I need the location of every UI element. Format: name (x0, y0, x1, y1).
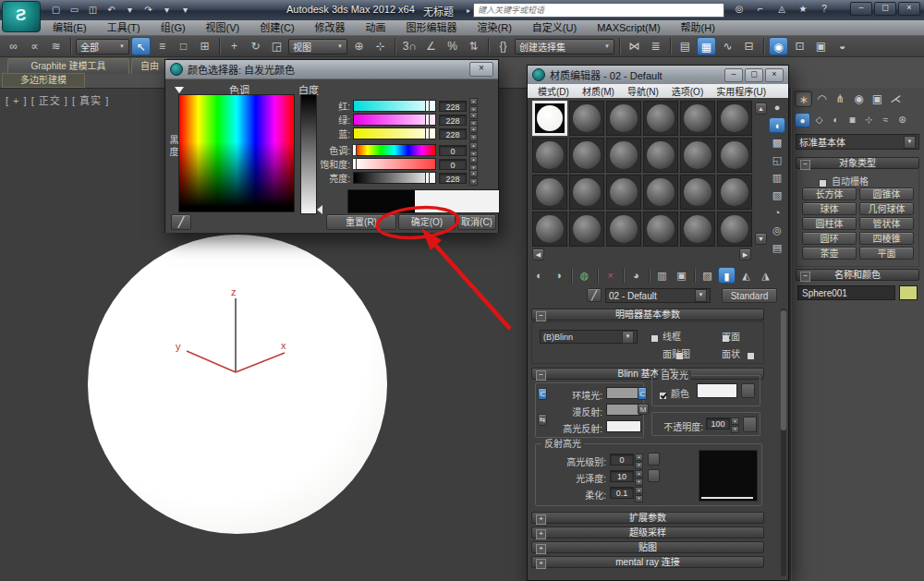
put-material-to-scene-icon[interactable]: ◑ (550, 267, 567, 284)
value-value[interactable]: 228 (439, 173, 467, 184)
search-input[interactable] (473, 3, 724, 18)
collapsed-rollout-1[interactable]: +超级采样 (531, 527, 764, 539)
mtl-menu-item-1[interactable]: 材质(M) (576, 84, 621, 98)
menu-item-4[interactable]: 创建(C) (249, 20, 304, 35)
percent-snap-toggle-icon[interactable]: % (443, 37, 462, 55)
menu-item-9[interactable]: 自定义(U) (522, 20, 587, 35)
undo-icon[interactable]: ↶ (103, 3, 119, 18)
hue-saturation-field[interactable] (178, 94, 295, 212)
toggle-ribbon-icon[interactable]: ▦ (697, 37, 716, 55)
spinner-up-icon[interactable]: ▲ (469, 98, 478, 105)
render-setup-icon[interactable]: ⊡ (790, 37, 809, 55)
object-name-input[interactable] (797, 285, 895, 300)
cameras-category-icon[interactable]: ◙ (845, 113, 860, 127)
collapsed-rollout-2[interactable]: +贴图 (531, 541, 764, 553)
mtl-menu-item-4[interactable]: 实用程序(U) (710, 84, 772, 98)
background-icon[interactable]: ▩ (769, 135, 785, 151)
ok-button[interactable]: 确定(O) (398, 214, 456, 230)
menu-item-6[interactable]: 动画 (356, 20, 396, 35)
material-sample-slot[interactable] (717, 175, 752, 210)
sample-type-icon[interactable]: ● (769, 100, 785, 115)
expand-icon[interactable]: + (536, 544, 546, 554)
scroll-left-button[interactable]: ◀ (532, 248, 544, 260)
material-sample-slot[interactable] (569, 175, 604, 210)
bind-to-space-warp-icon[interactable]: ≋ (46, 37, 66, 55)
select-by-material-icon[interactable]: ◎ (769, 223, 785, 238)
menu-item-0[interactable]: 编辑(E) (43, 20, 97, 35)
infocenter-help-icon[interactable]: ? (817, 2, 832, 17)
material-sample-slot[interactable] (680, 101, 715, 136)
select-and-manipulate-icon[interactable]: ⊹ (371, 37, 390, 55)
glossiness-value[interactable]: 10 (610, 470, 634, 482)
select-and-move-icon[interactable]: + (225, 37, 244, 55)
material-sample-slot[interactable] (532, 175, 567, 210)
maximize-button[interactable]: ◻ (745, 68, 763, 82)
save-file-icon[interactable]: ◫ (85, 3, 101, 18)
material-sample-slot[interactable] (643, 175, 678, 210)
scrollbar-thumb[interactable] (781, 310, 786, 430)
diffuse-map-button[interactable]: M (638, 404, 649, 415)
object-type-button[interactable]: 长方体 (802, 188, 857, 200)
object-type-button[interactable]: 平面 (859, 247, 914, 260)
expand-icon[interactable]: + (536, 559, 546, 569)
create-tab-icon[interactable]: ∗ (795, 91, 812, 107)
blue-spinner[interactable]: ▲▼ (469, 126, 478, 141)
reference-coordinate-dropdown[interactable]: 视图▼ (288, 39, 347, 54)
select-by-name-icon[interactable]: ≡ (152, 37, 172, 55)
align-icon[interactable]: ≣ (646, 37, 665, 55)
value-slider[interactable] (353, 172, 436, 184)
collapse-icon[interactable]: − (536, 370, 546, 381)
hue-cursor-icon[interactable] (175, 87, 184, 93)
tab-polygon-modeling[interactable]: 多边形建模 (2, 73, 85, 88)
collapsed-rollout-3[interactable]: +mental ray 连接 (531, 556, 764, 568)
collapsed-rollout-0[interactable]: +扩展参数 (531, 512, 764, 524)
helpers-category-icon[interactable]: ⊹ (861, 113, 877, 127)
menu-item-8[interactable]: 渲染(R) (468, 20, 522, 35)
scroll-up-button[interactable]: ▲ (755, 103, 767, 115)
minimize-button[interactable]: – (850, 2, 872, 16)
blue-slider[interactable] (353, 127, 436, 139)
show-end-result-icon[interactable]: ▮ (718, 267, 736, 284)
modify-tab-icon[interactable]: ◠ (813, 91, 831, 107)
sample-screen-color-button[interactable]: ╱ (171, 214, 191, 230)
angle-snap-toggle-icon[interactable]: ∠ (421, 37, 441, 55)
self-illumination-map-button[interactable] (741, 383, 755, 398)
hue-value[interactable]: 0 (439, 145, 467, 156)
window-crossing-icon[interactable]: ⊞ (195, 37, 214, 55)
whiteness-marker-icon[interactable] (317, 205, 322, 214)
blue-value[interactable]: 228 (439, 128, 467, 139)
reset-button[interactable]: 重置(R) (326, 214, 396, 230)
show-map-in-viewport-icon[interactable]: ▨ (699, 267, 716, 284)
search-expand-icon[interactable]: ▸ (467, 6, 470, 15)
lock-ambient-diffuse-icon[interactable]: ⊂ (538, 388, 547, 400)
material-sample-slot[interactable] (532, 101, 567, 136)
material-sample-slot[interactable] (532, 138, 567, 173)
favorites-star-icon[interactable]: ★ (796, 2, 810, 17)
spinner-up-icon[interactable]: ▲ (469, 126, 478, 133)
object-type-button[interactable]: 四棱锥 (859, 232, 914, 245)
snaps-toggle-icon[interactable]: 3∩ (400, 37, 419, 55)
application-menu-button[interactable]: S (2, 1, 41, 32)
object-type-button[interactable]: 几何球体 (859, 202, 914, 215)
collapse-icon[interactable]: − (536, 311, 546, 321)
tab-graphite-modeling[interactable]: Graphite 建模工具 (7, 58, 129, 74)
glossiness-map-button[interactable] (648, 469, 660, 482)
material-type-button[interactable]: Standard (722, 288, 777, 303)
material-sample-slot[interactable] (606, 175, 641, 210)
menu-item-5[interactable]: 修改器 (305, 20, 356, 35)
ambient-color-swatch[interactable] (606, 387, 641, 399)
object-type-rollout-header[interactable]: − 对象类型 (796, 157, 919, 169)
redo-icon[interactable]: ↷ (140, 3, 156, 18)
specular-level-map-button[interactable] (648, 453, 660, 466)
material-map-navigator-icon[interactable]: ▤ (769, 240, 785, 256)
material-id-channel-icon[interactable]: ▣ (673, 267, 690, 284)
material-editor-title-bar[interactable]: 材质编辑器 - 02 - Default – ◻ × (528, 66, 788, 84)
shader-type-dropdown[interactable]: (B)Blinn ▼ (540, 330, 638, 344)
material-sample-slot[interactable] (606, 212, 641, 247)
soften-value[interactable]: 0.1 (610, 487, 634, 499)
spinner-down-icon[interactable]: ▼ (469, 178, 478, 186)
layer-manager-icon[interactable]: ▤ (675, 37, 695, 55)
material-editor-icon[interactable]: ◉ (769, 37, 788, 55)
material-sample-slot[interactable] (643, 101, 678, 136)
minimize-button[interactable]: – (724, 68, 743, 82)
